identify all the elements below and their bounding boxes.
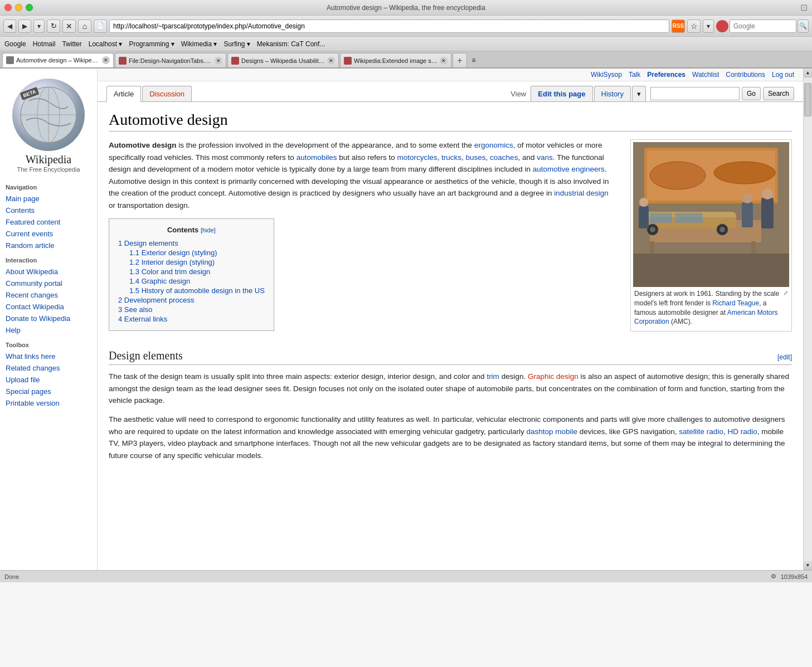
sidebar-current-events[interactable]: Current events — [0, 228, 97, 240]
image-expand-icon[interactable]: ⤢ — [784, 289, 788, 297]
sidebar-random[interactable]: Random article — [0, 240, 97, 251]
nav-extra-button[interactable]: ▾ — [33, 20, 45, 33]
user-preferences[interactable]: Preferences — [647, 71, 685, 79]
svg-point-9 — [714, 162, 775, 184]
scrollbar-up-button[interactable]: ▲ — [804, 69, 812, 77]
sidebar-help[interactable]: Help — [0, 324, 97, 336]
tab-close-2[interactable]: ✕ — [215, 57, 222, 65]
sidebar-about[interactable]: About Wikipedia — [0, 266, 97, 277]
tab-discussion[interactable]: Discussion — [142, 86, 192, 101]
user-talk[interactable]: Talk — [629, 71, 640, 79]
home-button[interactable]: ⌂ — [78, 20, 91, 33]
sidebar-related-changes[interactable]: Related changes — [0, 362, 97, 374]
scrollbar-down-button[interactable]: ▼ — [804, 561, 812, 570]
user-wikisysop[interactable]: WikiSysop — [591, 71, 622, 79]
tab-history[interactable]: History — [594, 86, 631, 101]
search-button[interactable]: Search — [763, 87, 794, 100]
stop-button[interactable]: ✕ — [62, 20, 76, 33]
section-edit-link[interactable]: [edit] — [777, 353, 792, 361]
bookmark-hotmail[interactable]: Hotmail — [33, 40, 56, 48]
sidebar-recent-changes[interactable]: Recent changes — [0, 289, 97, 301]
bookmark-twitter[interactable]: Twitter — [62, 40, 81, 48]
bookmark-wikimedia[interactable]: Wikimedia ▾ — [181, 40, 217, 48]
link-motorcycles[interactable]: motorcycles — [397, 153, 437, 162]
link-richard-teague[interactable]: Richard Teague — [712, 299, 759, 307]
tab-menu-button[interactable]: ≡ — [468, 53, 479, 67]
rss-icon[interactable]: RSS — [672, 20, 685, 33]
sidebar-upload[interactable]: Upload file — [0, 374, 97, 386]
link-coaches[interactable]: coaches — [490, 153, 518, 162]
bookmark-localhost[interactable]: Localhost ▾ — [89, 40, 123, 48]
bookmark-star-icon[interactable]: ☆ — [687, 20, 701, 33]
browser-search-input[interactable] — [730, 20, 796, 33]
browser-search-go[interactable]: 🔍 — [798, 20, 809, 33]
tab-article[interactable]: Article — [106, 86, 141, 102]
link-industrial-design[interactable]: industrial design — [554, 189, 609, 197]
toc-link-1-5[interactable]: 1.5 History of automobile design in the … — [129, 286, 265, 295]
maximize-button[interactable] — [26, 4, 33, 11]
toc-link-2[interactable]: 2 Development process — [118, 296, 195, 304]
tab-close-3[interactable]: ✕ — [327, 57, 335, 65]
link-dashtop[interactable]: dashtop mobile — [526, 427, 577, 436]
toc-hide-link[interactable]: [hide] — [201, 227, 216, 233]
sidebar-main-page[interactable]: Main page — [0, 193, 97, 205]
link-auto-engineers[interactable]: automotive engineers — [533, 165, 605, 173]
search-engine-icon[interactable] — [716, 20, 728, 32]
link-vans[interactable]: vans — [537, 153, 553, 162]
title-bar-controls[interactable] — [4, 4, 33, 11]
link-hd-radio[interactable]: HD radio — [727, 427, 757, 436]
link-automobiles[interactable]: automobiles — [296, 153, 337, 162]
sidebar-donate[interactable]: Donate to Wikipedia — [0, 313, 97, 324]
scrollbar-track[interactable] — [804, 77, 812, 561]
link-ergonomics[interactable]: ergonomics — [474, 141, 513, 149]
bookmark-programming[interactable]: Programming ▾ — [129, 40, 174, 48]
sidebar-special-pages[interactable]: Special pages — [0, 386, 97, 397]
window-resize-icon[interactable]: ⊡ — [800, 2, 808, 13]
minimize-button[interactable] — [15, 4, 22, 11]
sidebar-printable[interactable]: Printable version — [0, 397, 97, 409]
bookmark-mekanism[interactable]: Mekanism: CaT Conf... — [257, 40, 325, 48]
sidebar-featured[interactable]: Featured content — [0, 216, 97, 228]
sidebar-community[interactable]: Community portal — [0, 277, 97, 289]
toc-link-1-3[interactable]: 1.3 Color and trim design — [129, 267, 210, 276]
user-watchlist[interactable]: Watchlist — [692, 71, 719, 79]
link-trucks[interactable]: trucks — [441, 153, 461, 162]
close-button[interactable] — [4, 4, 12, 11]
toc-link-1[interactable]: 1 Design elements — [118, 239, 178, 247]
toc-link-1-1[interactable]: 1.1 Exterior design (styling) — [129, 249, 217, 257]
new-tab-button[interactable]: + — [453, 53, 467, 67]
tab-design-nav[interactable]: File:Design-NavigationTabs.p... ✕ — [115, 53, 226, 67]
tab-designs[interactable]: Designs – Wikipedia Usability ... ✕ — [227, 53, 339, 67]
go-button[interactable]: Go — [742, 87, 761, 100]
link-buses[interactable]: buses — [466, 153, 486, 162]
user-contributions[interactable]: Contributions — [726, 71, 765, 79]
sidebar-contents[interactable]: Contents — [0, 205, 97, 216]
user-logout[interactable]: Log out — [772, 71, 794, 79]
reload-button[interactable]: ↻ — [47, 20, 60, 33]
content-search-input[interactable] — [650, 87, 740, 100]
toc-link-3[interactable]: 3 See also — [118, 305, 152, 314]
bookmark-surfing[interactable]: Surfing ▾ — [223, 40, 250, 48]
toc-link-1-2[interactable]: 1.2 Interior design (styling) — [129, 258, 215, 266]
tab-automotive-design[interactable]: Automotive design – Wikipedi... ✕ — [2, 53, 114, 67]
tab-favicon-1 — [6, 56, 14, 64]
toc-link-1-4[interactable]: 1.4 Graphic design — [129, 277, 190, 285]
bookmark-dropdown[interactable]: ▾ — [703, 20, 714, 33]
back-button[interactable]: ◀ — [3, 20, 16, 33]
link-graphic-design[interactable]: Graphic design — [528, 372, 578, 381]
link-amc[interactable]: American Motors Corporation — [634, 309, 777, 326]
forward-button[interactable]: ▶ — [18, 20, 31, 33]
tab-dropdown[interactable]: ▾ — [632, 86, 646, 101]
sidebar-what-links[interactable]: What links here — [0, 350, 97, 362]
scrollbar-thumb[interactable] — [804, 83, 811, 116]
sidebar-contact[interactable]: Contact Wikipedia — [0, 301, 97, 313]
url-bar[interactable] — [109, 20, 669, 33]
tab-edit-page[interactable]: Edit this page — [531, 86, 592, 101]
bookmark-google[interactable]: Google — [4, 40, 26, 48]
tab-close-4[interactable]: ✕ — [440, 57, 448, 65]
link-satellite-radio[interactable]: satellite radio — [679, 427, 723, 436]
link-trim[interactable]: trim — [487, 372, 499, 381]
tab-extended-image[interactable]: Wikipedia:Extended image syn... ✕ — [340, 53, 451, 67]
toc-link-4[interactable]: 4 External links — [118, 315, 167, 323]
tab-close-1[interactable]: ✕ — [102, 56, 110, 64]
